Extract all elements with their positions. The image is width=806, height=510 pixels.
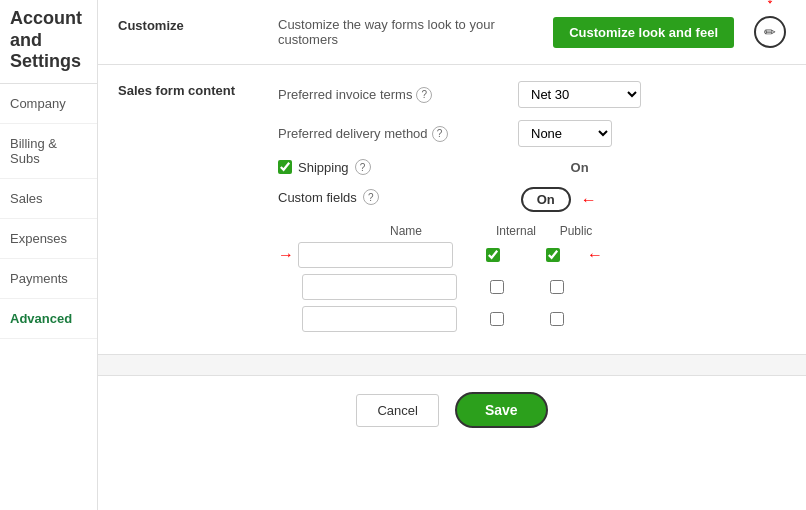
cf-row3-public-cell: [527, 312, 587, 326]
invoice-terms-control: Net 30 Net 15 Net 60 Due on receipt: [518, 81, 641, 108]
sidebar-item-company[interactable]: Company: [0, 84, 97, 124]
customize-section: Customize Customize the way forms look t…: [98, 0, 806, 65]
pencil-icon: ✏: [764, 24, 776, 40]
delivery-method-help-icon[interactable]: ?: [432, 126, 448, 142]
cf-row2-public-cell: [527, 280, 587, 294]
delivery-method-text: Preferred delivery method: [278, 126, 428, 141]
cf-row1-arrow: →: [278, 246, 294, 264]
spacer: [98, 355, 806, 375]
invoice-terms-label: Preferred invoice terms ?: [278, 87, 518, 103]
sidebar-item-expenses[interactable]: Expenses: [0, 219, 97, 259]
cf-name-column-header: Name: [326, 224, 486, 238]
customize-look-feel-button[interactable]: Customize look and feel: [553, 17, 734, 48]
cf-row3-public-checkbox[interactable]: [550, 312, 564, 326]
sidebar-item-sales[interactable]: Sales: [0, 179, 97, 219]
sales-form-content-label: Sales form content: [118, 81, 278, 98]
cf-row-1: → ←: [278, 242, 786, 268]
delivery-method-select[interactable]: None Email Print later: [518, 120, 612, 147]
main-content: Customize Customize the way forms look t…: [98, 0, 806, 510]
custom-fields-help-icon[interactable]: ?: [363, 189, 379, 205]
edit-pencil-button[interactable]: ✏: [754, 16, 786, 48]
cf-row2-internal-checkbox[interactable]: [490, 280, 504, 294]
sidebar-item-billing[interactable]: Billing & Subs: [0, 124, 97, 179]
cf-row3-internal-cell: [467, 312, 527, 326]
cf-row2-public-checkbox[interactable]: [550, 280, 564, 294]
cf-row1-public-checkbox[interactable]: [546, 248, 560, 262]
customize-row: Customize the way forms look to your cus…: [278, 16, 786, 48]
cf-public-column-header: Public: [546, 224, 606, 238]
shipping-label: Shipping: [298, 160, 349, 175]
cf-row1-internal-checkbox[interactable]: [486, 248, 500, 262]
cf-row1-public-cell: [523, 248, 583, 262]
cf-row1-name-input[interactable]: [298, 242, 453, 268]
custom-fields-label: Custom fields: [278, 190, 357, 205]
cf-row3-name-input[interactable]: [302, 306, 457, 332]
sidebar: Account and Settings Company Billing & S…: [0, 0, 98, 510]
sidebar-item-payments[interactable]: Payments: [0, 259, 97, 299]
invoice-terms-select[interactable]: Net 30 Net 15 Net 60 Due on receipt: [518, 81, 641, 108]
customize-description: Customize the way forms look to your cus…: [278, 17, 533, 47]
custom-fields-arrow: ←: [581, 191, 597, 209]
cf-table-header: Name Internal Public: [278, 224, 786, 238]
sales-form-content-section: Sales form content Preferred invoice ter…: [98, 65, 806, 355]
sales-form-content-body: Preferred invoice terms ? Net 30 Net 15 …: [278, 81, 786, 338]
cf-row3-internal-checkbox[interactable]: [490, 312, 504, 326]
cf-internal-column-header: Internal: [486, 224, 546, 238]
cf-row2-name-input[interactable]: [302, 274, 457, 300]
delivery-method-row: Preferred delivery method ? None Email P…: [278, 120, 786, 147]
invoice-terms-text: Preferred invoice terms: [278, 87, 412, 102]
cancel-button[interactable]: Cancel: [356, 394, 438, 427]
invoice-terms-help-icon[interactable]: ?: [416, 87, 432, 103]
bottom-action-bar: Cancel Save: [98, 375, 806, 444]
delivery-method-control: None Email Print later: [518, 120, 612, 147]
page-title: Account and Settings: [0, 0, 97, 84]
shipping-help-icon[interactable]: ?: [355, 159, 371, 175]
custom-fields-toggle[interactable]: On: [521, 187, 571, 212]
sidebar-item-advanced[interactable]: Advanced: [0, 299, 97, 339]
shipping-checkbox[interactable]: [278, 160, 292, 174]
cf-row-3: [278, 306, 786, 332]
shipping-on-label: On: [571, 160, 589, 175]
save-button[interactable]: Save: [455, 392, 548, 428]
custom-fields-row: Custom fields ? On ←: [278, 187, 786, 212]
custom-fields-table: Name Internal Public →: [278, 224, 786, 332]
customize-label: Customize: [118, 16, 278, 48]
cf-row1-right-arrow: ←: [587, 246, 603, 264]
cf-row1-internal-cell: [463, 248, 523, 262]
cf-row-2: [278, 274, 786, 300]
customize-content: Customize the way forms look to your cus…: [278, 16, 786, 48]
delivery-method-label: Preferred delivery method ?: [278, 126, 518, 142]
shipping-row: Shipping ? On: [278, 159, 786, 175]
invoice-terms-row: Preferred invoice terms ? Net 30 Net 15 …: [278, 81, 786, 108]
cf-row2-internal-cell: [467, 280, 527, 294]
